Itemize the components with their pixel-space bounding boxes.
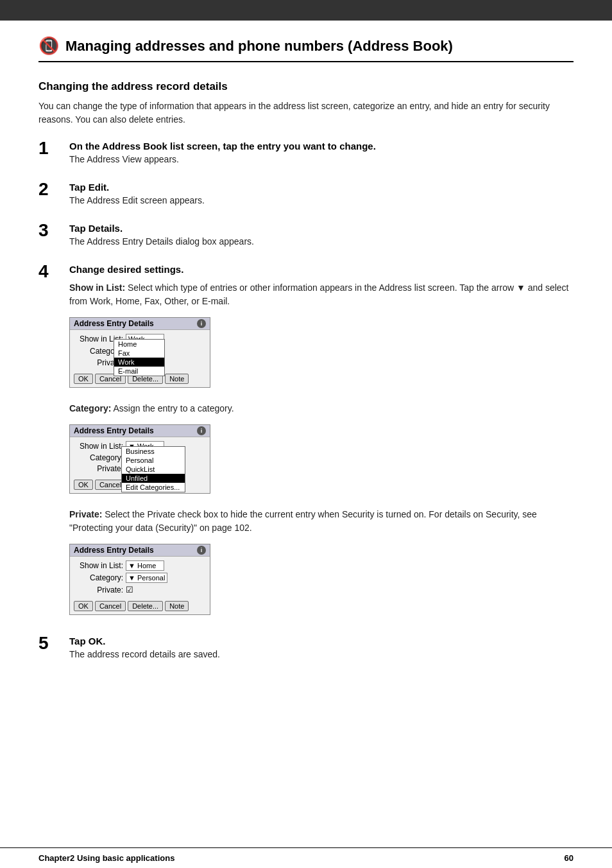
show-in-list-label: Show in List: [69,282,125,293]
dropdown-work[interactable]: Work [114,358,164,367]
dialog-2-ok-button[interactable]: OK [74,480,93,490]
step-5: 5 Tap OK. The address record details are… [38,636,574,664]
dialog-1-ok-button[interactable]: OK [74,374,93,384]
dialog-1-note-button[interactable]: Note [165,374,189,384]
step-4-content: Change desired settings. Show in List: S… [69,264,574,623]
page-title: Managing addresses and phone numbers (Ad… [65,38,453,55]
step-3-content: Tap Details. The Address Entry Details d… [69,223,574,251]
footer-page-number: 60 [565,853,574,863]
step-3: 3 Tap Details. The Address Entry Details… [38,223,574,251]
dialog-2-show-label: Show in List: [75,442,123,451]
dialog-3-ok-button[interactable]: OK [74,601,93,611]
step-2-sub: The Address Edit screen appears. [69,194,574,207]
step-5-sub: The address record details are saved. [69,648,574,661]
dialog-3-show-in-list-row: Show in List: ▼ Home [75,560,205,571]
dialog-3-cat-label: Category: [75,573,123,582]
page-header: 📵 Managing addresses and phone numbers (… [38,36,574,62]
section-title: Changing the address record details [38,80,574,93]
step-4-main: Change desired settings. [69,264,574,275]
cat-unfiled[interactable]: Unfiled [122,474,185,483]
dialog-1-title: Address Entry Details [74,319,154,328]
step-3-sub: The Address Entry Details dialog box app… [69,235,574,248]
show-in-list-text: Select which type of entries or other in… [69,282,569,306]
dialog-2-info-icon: i [197,426,206,435]
dialog-2-title: Address Entry Details [74,426,154,435]
step-number-1: 1 [38,139,59,157]
dialog-3-cat-value[interactable]: ▼ Personal [126,573,167,583]
dialog-private: Address Entry Details i Show in List: ▼ … [69,544,210,615]
step-1-main: On the Address Book list screen, tap the… [69,141,574,152]
dialog-3-title-bar: Address Entry Details i [70,544,210,557]
category-label: Category: [69,403,111,413]
step-number-5: 5 [38,634,59,652]
step-5-main: Tap OK. [69,636,574,647]
cat-personal[interactable]: Personal [122,456,185,465]
step-number-2: 2 [38,180,59,198]
step-1-sub: The Address View appears. [69,153,574,166]
step-1: 1 On the Address Book list screen, tap t… [38,141,574,169]
dropdown-email[interactable]: E-mail [114,367,164,376]
page-content: 📵 Managing addresses and phone numbers (… [0,21,612,715]
section-intro: You can change the type of information t… [38,100,574,126]
dialog-1-title-bar: Address Entry Details i [70,318,210,330]
private-text: Select the Private check box to hide the… [69,509,537,533]
step-number-3: 3 [38,221,59,239]
step-2-content: Tap Edit. The Address Edit screen appear… [69,182,574,210]
dialog-3-note-button[interactable]: Note [165,601,189,611]
dialog-3-private-row: Private: ☑ [75,585,205,595]
footer-chapter: Chapter2 Using basic applications [38,853,174,863]
dialog-1-info-icon: i [197,319,206,328]
step-number-4: 4 [38,263,59,281]
private-label: Private: [69,509,102,519]
dialog-2-title-bar: Address Entry Details i [70,425,210,437]
cat-business[interactable]: Business [122,447,185,456]
private-description: Private: Select the Private check box to… [69,508,574,535]
show-in-list-dropdown[interactable]: Home Fax Work E-mail [114,339,165,376]
dialog-category: Address Entry Details i Show in List: ▼ … [69,424,210,494]
step-2-main: Tap Edit. [69,182,574,193]
dialog-3-cancel-button[interactable]: Cancel [95,601,126,611]
dialog-3-body: Show in List: ▼ Home Category: ▼ Persona… [70,557,210,599]
page-footer: Chapter2 Using basic applications 60 [0,847,612,868]
step-1-content: On the Address Book list screen, tap the… [69,141,574,169]
dialog-3-title: Address Entry Details [74,546,154,555]
step-4: 4 Change desired settings. Show in List:… [38,264,574,623]
category-description: Category: Assign the entry to a category… [69,402,574,415]
address-book-icon: 📵 [38,36,59,56]
dialog-1-body: Show in List: Work Category: d Private: … [70,330,210,372]
footer-chapter-bold: Chapter2 Using basic applications [38,853,174,863]
dialog-3-priv-label: Private: [75,586,123,595]
category-dropdown[interactable]: Business Personal QuickList Unfiled Edit… [121,446,185,492]
category-text: Assign the entry to a category. [113,403,234,413]
step-5-content: Tap OK. The address record details are s… [69,636,574,664]
dropdown-home[interactable]: Home [114,340,164,349]
top-bar [0,0,612,21]
dialog-2-body: Show in List: ▼ Work Category: Private: … [70,437,210,478]
show-in-list-description: Show in List: Select which type of entri… [69,281,574,308]
cat-quicklist[interactable]: QuickList [122,465,185,474]
cat-edit[interactable]: Edit Categories... [122,483,185,492]
dialog-3-show-label: Show in List: [75,561,123,570]
dialog-3-category-row: Category: ▼ Personal [75,573,205,583]
step-2: 2 Tap Edit. The Address Edit screen appe… [38,182,574,210]
dialog-2-cat-label: Category: [75,453,123,462]
dialog-3-delete-button[interactable]: Delete... [128,601,163,611]
dropdown-fax[interactable]: Fax [114,349,164,358]
dialog-2-priv-label: Private: [75,464,123,473]
dialog-3-show-value[interactable]: ▼ Home [126,560,164,571]
dialog-3-buttons: OK Cancel Delete... Note [70,599,210,614]
dialog-3-info-icon: i [197,546,206,555]
private-checkbox[interactable]: ☑ [126,585,133,595]
step-3-main: Tap Details. [69,223,574,234]
dialog-show-in-list: Address Entry Details i Show in List: Wo… [69,317,210,388]
